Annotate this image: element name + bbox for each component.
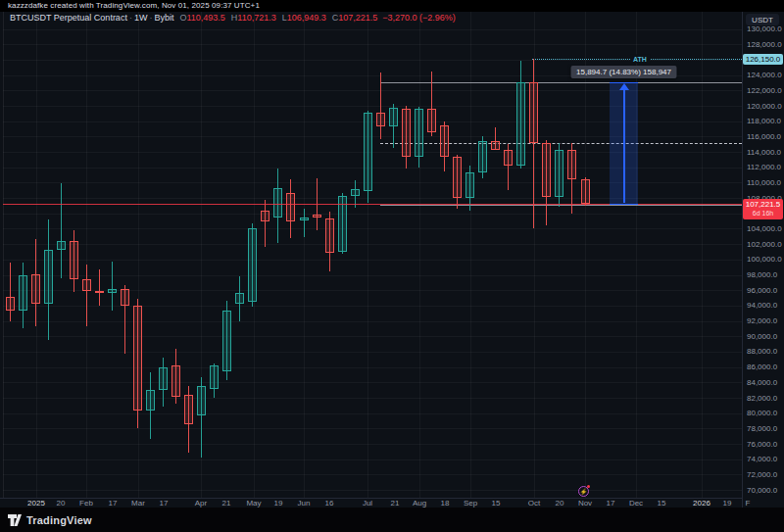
lower-horizontal-ray[interactable] (380, 205, 742, 206)
price-tick-label: 84,000.0 (747, 378, 777, 387)
tradingview-logo-icon (8, 513, 22, 527)
price-tick-label: 96,000.0 (747, 286, 777, 295)
time-tick-label: 2026 (693, 499, 710, 508)
events-notification-dot (587, 485, 590, 488)
change-value: −3,270.0 (−2.96%) (382, 13, 456, 23)
price-tick-label: 74,000.0 (747, 455, 777, 463)
gridline-horizontal (3, 367, 742, 368)
price-tick-label: 100,000.0 (747, 255, 782, 264)
time-tick-label: 18 (441, 499, 450, 508)
candle (210, 365, 219, 389)
price-tick-label: 78,000.0 (747, 424, 777, 433)
symbol-title[interactable]: BTCUSDT Perpetual Contract (10, 13, 127, 23)
time-tick-label: Oct (528, 499, 540, 508)
price-tick-label: 114,000.0 (747, 148, 781, 157)
price-tick-label: 102,000.0 (747, 240, 782, 249)
candle (581, 179, 590, 205)
time-tick-label: 20 (57, 499, 66, 508)
gridline-horizontal (3, 413, 742, 414)
candle (146, 390, 155, 410)
candle (95, 291, 104, 293)
price-tick-label: 88,000.0 (747, 347, 777, 356)
gridline-horizontal (3, 214, 742, 215)
time-tick-label: Jun (298, 499, 311, 508)
candle (184, 395, 193, 425)
price-tick-label: 90,000.0 (747, 332, 777, 341)
candle (248, 228, 257, 302)
candle (121, 289, 129, 305)
time-tick-label: 20 (556, 499, 564, 508)
measure-arrow-head (619, 83, 629, 90)
candle-wick (380, 73, 381, 138)
candle (542, 143, 551, 197)
gridline-horizontal (3, 459, 742, 460)
gridline-horizontal (3, 321, 742, 322)
gridline-vertical (585, 12, 586, 498)
time-tick-label: 16 (325, 499, 334, 508)
currency-badge[interactable]: USDT (746, 14, 779, 25)
candle (31, 274, 40, 305)
gridline-horizontal (3, 490, 742, 491)
upper-horizontal-ray[interactable] (380, 82, 742, 83)
time-tick-label: 17 (160, 499, 169, 508)
price-tick-label: 118,000.0 (747, 117, 781, 125)
gridline-horizontal (3, 336, 742, 337)
price-tick-label: 80,000.0 (747, 409, 777, 417)
candle (491, 141, 500, 150)
candle (172, 365, 180, 397)
gridline-horizontal (3, 352, 742, 353)
time-tick-label: 15 (492, 499, 501, 508)
exchange-label[interactable]: Bybit (154, 13, 173, 23)
candle (6, 297, 15, 311)
time-tick-label: 21 (391, 499, 400, 508)
gridline-vertical (470, 12, 471, 498)
pane-left-edge (3, 12, 4, 498)
tradingview-logo-text: TradingView (26, 514, 92, 526)
candle (325, 218, 334, 253)
gridline-vertical (138, 12, 139, 498)
gridline-horizontal (3, 474, 742, 475)
price-tick-label: 130,000.0 (747, 24, 782, 33)
candle-wick (86, 265, 87, 326)
gridline-vertical (702, 12, 703, 498)
price-tick-label: 98,000.0 (747, 270, 777, 279)
measure-arrow-line (623, 90, 625, 203)
gridline-horizontal (3, 29, 742, 30)
price-tick-label: 124,000.0 (747, 71, 782, 79)
candle (159, 367, 168, 390)
time-tick-label: Aug (413, 499, 426, 508)
price-tick-label: 94,000.0 (747, 301, 777, 310)
symbol-header[interactable]: BTCUSDT Perpetual Contract·1W·BybitO110,… (10, 13, 456, 23)
time-tick-label: Dec (629, 499, 643, 508)
gridline-vertical (86, 12, 87, 498)
close-value: 107,221.5 (338, 13, 377, 23)
candle (389, 108, 398, 127)
candle (453, 157, 462, 198)
gridline-horizontal (3, 306, 742, 307)
gridline-horizontal (3, 275, 742, 276)
price-tick-label: 72,000.0 (747, 470, 777, 479)
price-tick-label: 110,000.0 (747, 178, 781, 187)
time-tick-label: 19 (723, 499, 732, 508)
time-tick-label: F (746, 499, 751, 508)
gridline-horizontal (3, 260, 742, 261)
candle (44, 250, 53, 305)
interval-label[interactable]: 1W (134, 13, 148, 23)
ath-price-axis-label: 126,150.0 (743, 54, 783, 65)
candle (313, 215, 321, 218)
dashed-level-line[interactable] (380, 143, 742, 144)
lightning-icon: ⚡ (580, 488, 588, 495)
ath-line-label: ATH (630, 55, 650, 64)
time-tick-label: 17 (109, 499, 118, 508)
time-tick-label: 2025 (27, 499, 45, 508)
time-tick-label: Jul (363, 499, 372, 508)
time-tick-label: Apr (195, 499, 207, 508)
candle (376, 113, 385, 126)
candle (273, 188, 282, 218)
open-value: 110,493.5 (186, 13, 224, 23)
tradingview-logo[interactable]: TradingView (8, 513, 92, 527)
candle (70, 241, 78, 279)
gridline-horizontal (3, 398, 742, 399)
gridline-vertical (36, 12, 37, 498)
time-tick-label: 19 (274, 499, 283, 508)
